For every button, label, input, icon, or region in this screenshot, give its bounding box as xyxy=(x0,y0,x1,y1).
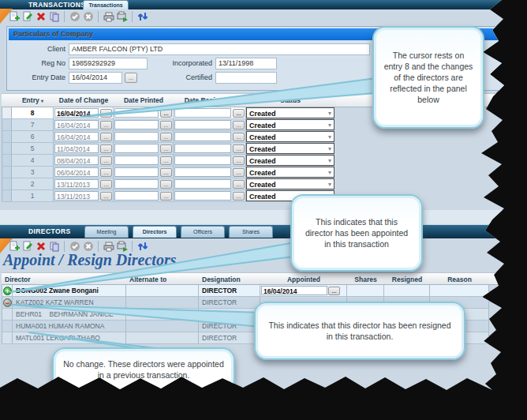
date-registered-cell[interactable]: ... xyxy=(174,119,246,130)
date-picker-button[interactable]: ... xyxy=(100,192,112,201)
date-picker-button[interactable]: ... xyxy=(328,287,340,295)
date-printed-cell[interactable]: ... xyxy=(114,143,174,154)
date-of-change-cell[interactable]: 08/04/2014... xyxy=(54,155,114,166)
date-picker-button[interactable]: ... xyxy=(160,144,172,153)
date-registered-cell[interactable]: ... xyxy=(174,178,246,189)
status-dropdown[interactable]: Created▾ xyxy=(246,167,335,178)
date-picker-button[interactable]: ... xyxy=(100,109,112,118)
date-picker-button[interactable]: ... xyxy=(233,109,245,118)
row-selector[interactable] xyxy=(2,190,12,201)
designation-cell[interactable]: DIRECTOR xyxy=(199,321,260,332)
date-printed-cell[interactable]: ... xyxy=(114,167,174,178)
date-picker-button[interactable]: ... xyxy=(233,144,245,153)
reason-cell[interactable] xyxy=(430,285,489,296)
director-column-header[interactable]: Director xyxy=(2,273,126,284)
date-printed-cell[interactable]: ... xyxy=(114,107,174,118)
table-row[interactable]: 8 16/04/2014... ... ... Created▾ xyxy=(2,107,335,119)
date-of-change-cell[interactable]: 13/11/2013... xyxy=(54,178,114,189)
date-of-change-cell[interactable]: 16/04/2014... xyxy=(54,131,114,142)
date-picker-button[interactable]: ... xyxy=(233,180,245,189)
director-name-cell[interactable]: BONG002 Zwane Bongani xyxy=(13,285,126,296)
entry-column-header[interactable]: Entry ▾ xyxy=(12,94,54,107)
date-picker-button[interactable]: ... xyxy=(100,121,112,129)
status-dropdown[interactable]: Created▾ xyxy=(246,155,335,166)
date-of-change-cell[interactable]: 16/04/2014... xyxy=(54,107,114,118)
entry-cell[interactable]: 8 xyxy=(12,107,54,118)
table-row[interactable]: 2 13/11/2013... ... ... Created▾ xyxy=(2,178,335,190)
status-dropdown[interactable]: Created▾ xyxy=(246,119,335,130)
resigned-column-header[interactable]: Resigned xyxy=(384,273,430,284)
alternate-to-cell[interactable] xyxy=(126,332,199,343)
date-picker-button[interactable]: ... xyxy=(233,156,245,165)
add-record-icon[interactable] xyxy=(8,11,20,23)
row-selector[interactable] xyxy=(2,143,12,154)
cancel-icon[interactable] xyxy=(82,11,94,23)
table-row[interactable]: 4 08/04/2014... ... ... Created▾ xyxy=(2,155,335,167)
director-name-cell[interactable]: MATL001 LEKGARI THABO xyxy=(13,332,126,343)
date-printed-cell[interactable]: ... xyxy=(114,131,174,142)
table-row[interactable]: 6 16/04/2014... ... ... Created▾ xyxy=(2,131,335,143)
alternate-to-cell[interactable] xyxy=(126,309,199,320)
date-of-change-cell[interactable]: 13/11/2013... xyxy=(54,190,114,201)
date-of-change-cell[interactable]: 16/04/2014... xyxy=(54,119,114,130)
date-registered-cell[interactable]: ... xyxy=(174,131,246,142)
designation-column-header[interactable]: Designation xyxy=(199,273,260,284)
alternate-to-column-header[interactable]: Alternate to xyxy=(126,273,199,284)
table-row[interactable]: 3 06/04/2014... ... ... Created▾ xyxy=(2,167,335,178)
appointed-date-cell[interactable]: 16/04/2014... xyxy=(260,285,347,296)
entry-cell[interactable]: 7 xyxy=(12,119,54,130)
entry-date-input[interactable]: 16/04/2014 xyxy=(69,72,122,84)
entry-cell[interactable]: 6 xyxy=(12,131,54,142)
director-name-cell[interactable]: HUMA001 HUMAN RAMONA xyxy=(13,321,126,332)
date-printed-column-header[interactable]: Date Printed xyxy=(114,94,174,107)
status-dropdown[interactable]: Created▾ xyxy=(246,131,335,142)
entry-cell[interactable]: 4 xyxy=(12,155,54,166)
date-picker-button[interactable]: ... xyxy=(160,109,172,118)
entry-cell[interactable]: 2 xyxy=(12,178,54,189)
date-picker-button[interactable]: ... xyxy=(160,168,172,177)
date-registered-cell[interactable]: ... xyxy=(174,190,246,201)
confirm-icon[interactable] xyxy=(69,11,80,23)
date-picker-button[interactable]: ... xyxy=(233,192,245,201)
date-registered-cell[interactable]: ... xyxy=(174,167,246,178)
date-picker-button[interactable]: ... xyxy=(160,121,172,129)
edit-record-icon[interactable] xyxy=(21,11,33,23)
copy-record-icon[interactable] xyxy=(48,11,60,23)
date-picker-button[interactable]: ... xyxy=(100,144,112,153)
tab-transactions[interactable]: Transactions xyxy=(83,0,129,9)
sort-icon[interactable] xyxy=(136,11,148,23)
table-row[interactable]: + BONG002 Zwane Bongani DIRECTOR 16/04/2… xyxy=(2,285,489,297)
date-picker-button[interactable]: ... xyxy=(160,156,172,165)
status-dropdown[interactable]: Created▾ xyxy=(246,107,335,118)
date-picker-button[interactable]: ... xyxy=(100,168,112,177)
designation-cell[interactable]: DIRECTOR xyxy=(199,297,260,308)
certified-input[interactable] xyxy=(215,72,277,84)
entry-cell[interactable]: 5 xyxy=(12,143,54,154)
print-export-icon[interactable] xyxy=(116,11,128,23)
row-selector[interactable] xyxy=(2,107,12,118)
designation-cell[interactable]: DIRECTOR xyxy=(199,332,260,343)
resigned-cell[interactable] xyxy=(384,285,430,296)
tab-shares[interactable]: Shares xyxy=(229,226,273,238)
reason-column-header[interactable]: Reason xyxy=(430,273,489,284)
row-selector[interactable] xyxy=(2,131,12,142)
designation-cell[interactable]: DIRECTOR xyxy=(199,285,260,296)
table-row[interactable]: 1 13/11/2013... ... ... Created▾ xyxy=(2,190,335,202)
date-picker-button[interactable]: ... xyxy=(100,133,112,141)
print-icon[interactable] xyxy=(103,11,114,23)
tab-directors[interactable]: Directors xyxy=(133,226,177,238)
date-picker-button[interactable]: ... xyxy=(233,121,245,129)
alternate-to-cell[interactable] xyxy=(126,297,199,308)
date-printed-cell[interactable]: ... xyxy=(114,155,174,166)
entry-cell[interactable]: 3 xyxy=(12,167,54,178)
date-picker-button[interactable]: ... xyxy=(100,156,112,165)
status-dropdown[interactable]: Created▾ xyxy=(246,143,335,154)
appointed-column-header[interactable]: Appointed xyxy=(260,273,347,284)
date-registered-column-header[interactable]: Date Registered xyxy=(174,94,246,107)
tab-meeting[interactable]: Meeting xyxy=(84,226,129,238)
date-of-change-cell[interactable]: 06/04/2014... xyxy=(54,167,114,178)
date-picker-button[interactable]: ... xyxy=(160,133,172,141)
date-picker-button[interactable]: ... xyxy=(160,180,172,189)
date-of-change-column-header[interactable]: Date of Change xyxy=(54,94,114,107)
incorporated-input[interactable]: 13/11/1998 xyxy=(215,58,277,69)
